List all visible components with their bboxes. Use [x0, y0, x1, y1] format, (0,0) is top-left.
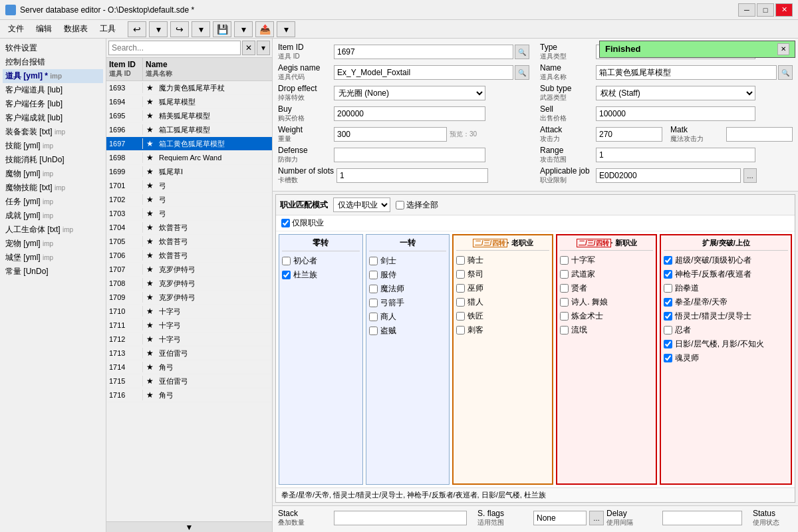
job-checkbox[interactable] — [456, 312, 465, 321]
job-checkbox[interactable] — [664, 284, 672, 293]
minimize-button[interactable]: ─ — [738, 3, 755, 17]
only-job-checkbox[interactable] — [281, 219, 290, 227]
list-item[interactable]: 1703 ★ 弓 — [106, 207, 272, 221]
job-checkbox[interactable] — [456, 270, 465, 279]
sidebar-item-client-achieve[interactable]: 客户端成就 [lub] — [3, 111, 103, 125]
list-item[interactable]: 1699 ★ 狐尾草I — [106, 165, 272, 179]
menu-tools[interactable]: 工具 — [94, 22, 121, 36]
list-item[interactable]: 1709 ★ 克罗伊特弓 — [106, 291, 272, 305]
job-checkbox[interactable] — [664, 298, 672, 307]
sidebar-item-common[interactable]: 常量 [UnDo] — [3, 265, 103, 279]
subtype-select[interactable]: 权杖 (Staff) — [596, 86, 755, 100]
list-item[interactable]: 1708 ★ 克罗伊特弓 — [106, 277, 272, 291]
slots-input[interactable] — [336, 168, 488, 183]
job-checkbox[interactable] — [369, 271, 378, 279]
job-checkbox[interactable] — [664, 354, 672, 362]
maximize-button[interactable]: □ — [757, 3, 774, 17]
search-clear-button[interactable]: ✕ — [242, 41, 255, 55]
export-button[interactable]: 📤 — [255, 21, 274, 37]
job-checkbox[interactable] — [664, 256, 672, 265]
sidebar-item-equip[interactable]: 装备套装 [txt] imp — [3, 125, 103, 139]
list-item[interactable]: 1698 ★ Requiem Arc Wand — [106, 151, 272, 165]
redo-button[interactable]: ↪ — [170, 21, 189, 37]
job-checkbox[interactable] — [664, 326, 672, 334]
list-item[interactable]: 1711 ★ 十字弓 — [106, 319, 272, 332]
list-item[interactable]: 1716 ★ 角弓 — [106, 388, 272, 402]
job-checkbox[interactable] — [664, 270, 672, 279]
sidebar-item-client-items[interactable]: 客户端道具 [lub] — [3, 83, 103, 97]
sidebar-item-skill[interactable]: 技能 [yml] imp — [3, 139, 103, 153]
list-item[interactable]: 1706 ★ 炊普苔弓 — [106, 249, 272, 263]
sidebar-item-pet[interactable]: 宠物 [yml] imp — [3, 237, 103, 251]
save-button[interactable]: 💾 — [213, 21, 231, 37]
sidebar-item-client-quests[interactable]: 客户端任务 [lub] — [3, 97, 103, 111]
applicable-job-input[interactable] — [596, 168, 741, 183]
export-dropdown[interactable]: ▾ — [277, 21, 295, 37]
job-checkbox[interactable] — [369, 327, 378, 335]
sidebar-item-ai-life[interactable]: 人工生命体 [txt] imp — [3, 223, 103, 237]
list-item[interactable]: 1701 ★ 弓 — [106, 179, 272, 193]
scroll-down-arrow[interactable]: ▼ — [106, 521, 272, 532]
sidebar-item-quest[interactable]: 任务 [yml] imp — [3, 195, 103, 209]
drop-effect-select[interactable]: 无光圈 (None) — [334, 86, 485, 100]
name-browse-button[interactable]: 🔍 — [778, 65, 793, 80]
list-item[interactable]: 1694 ★ 狐尾草模型 — [106, 95, 272, 109]
defense-input[interactable] — [334, 148, 485, 162]
job-checkbox[interactable] — [560, 312, 569, 321]
list-item[interactable]: 1695 ★ 精美狐尾草模型 — [106, 109, 272, 123]
buy-input[interactable] — [334, 106, 485, 121]
job-checkbox[interactable] — [456, 284, 465, 293]
sidebar-item-monster[interactable]: 魔物 [yml] imp — [3, 167, 103, 181]
undo-button[interactable]: ↩ — [128, 21, 146, 37]
sidebar-item-settings[interactable]: 软件设置 — [3, 41, 103, 55]
list-item[interactable]: 1707 ★ 克罗伊特弓 — [106, 263, 272, 277]
list-item[interactable]: 1713 ★ 亚伯雷弓 — [106, 346, 272, 360]
sflags-browse-button[interactable]: … — [589, 511, 604, 525]
menu-edit[interactable]: 编辑 — [31, 22, 57, 36]
list-item[interactable]: 1705 ★ 炊普苔弓 — [106, 235, 272, 249]
job-checkbox[interactable] — [664, 340, 672, 348]
undo-dropdown[interactable]: ▾ — [149, 21, 168, 37]
list-item[interactable]: 1715 ★ 亚伯雷弓 — [106, 374, 272, 388]
job-checkbox[interactable] — [560, 284, 569, 293]
sell-input[interactable] — [596, 106, 755, 121]
weight-input[interactable] — [334, 127, 447, 142]
item-id-input[interactable] — [334, 45, 513, 59]
job-checkbox[interactable] — [282, 257, 291, 265]
menu-datatable[interactable]: 数据表 — [59, 22, 93, 36]
sidebar-item-skill-consume[interactable]: 技能消耗 [UnDo] — [3, 153, 103, 167]
list-item[interactable]: 1704 ★ 炊普苔弓 — [106, 221, 272, 235]
search-input[interactable] — [108, 41, 241, 55]
job-checkbox[interactable] — [560, 326, 569, 334]
sidebar-item-items[interactable]: 道具 [yml] * imp — [3, 69, 103, 83]
item-id-browse-button[interactable]: 🔍 — [515, 45, 529, 59]
job-checkbox[interactable] — [369, 313, 378, 321]
applicable-job-browse-button[interactable]: … — [743, 168, 757, 183]
sidebar-item-achievement[interactable]: 成就 [yml] imp — [3, 209, 103, 223]
list-item[interactable]: 1693 ★ 魔力黄色狐尾草手杖 — [106, 81, 272, 95]
sflags-input[interactable] — [533, 511, 587, 525]
job-checkbox[interactable] — [456, 326, 465, 334]
close-button[interactable]: ✕ — [775, 3, 793, 17]
list-item[interactable]: 1712 ★ 十字弓 — [106, 332, 272, 346]
sidebar-item-castle[interactable]: 城堡 [yml] imp — [3, 251, 103, 265]
job-checkbox[interactable] — [560, 256, 569, 265]
sidebar-item-console[interactable]: 控制台报错 — [3, 55, 103, 69]
job-checkbox[interactable] — [456, 256, 465, 265]
item-list-scroll[interactable]: 1693 ★ 魔力黄色狐尾草手杖 1694 ★ 狐尾草模型 1695 ★ 精美狐… — [106, 81, 272, 521]
job-checkbox[interactable] — [560, 298, 569, 307]
search-dropdown-button[interactable]: ▾ — [257, 41, 270, 55]
menu-file[interactable]: 文件 — [3, 22, 29, 36]
job-checkbox[interactable] — [369, 285, 378, 293]
redo-dropdown[interactable]: ▾ — [192, 21, 210, 37]
job-mode-select[interactable]: 仅选中职业 全部职业 — [333, 198, 390, 212]
job-checkbox[interactable] — [369, 299, 378, 307]
job-checkbox[interactable] — [369, 257, 378, 265]
list-item[interactable]: 1710 ★ 十字弓 — [106, 305, 272, 319]
sidebar-item-monster-skill[interactable]: 魔物技能 [txt] imp — [3, 181, 103, 195]
list-item[interactable]: 1697 ★ 箱工黄色狐尾草模型 — [106, 137, 272, 151]
stack-input[interactable] — [334, 511, 467, 525]
save-dropdown[interactable]: ▾ — [234, 21, 253, 37]
list-item[interactable]: 1702 ★ 弓 — [106, 193, 272, 207]
delay-input[interactable] — [662, 511, 742, 525]
